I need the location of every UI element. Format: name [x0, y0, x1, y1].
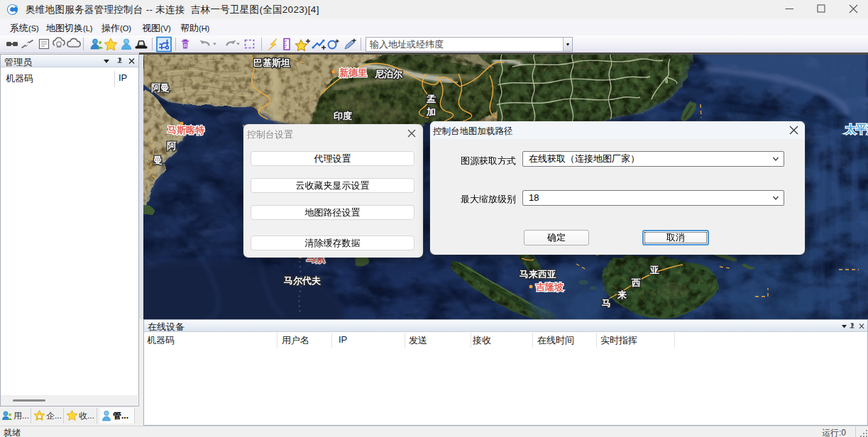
svg-text:尼泊尔: 尼泊尔 — [374, 69, 403, 79]
svg-text:巴基斯坦: 巴基斯坦 — [253, 57, 290, 68]
svg-text:马尔代夫: 马尔代夫 — [284, 275, 322, 286]
svg-text:新德里: 新德里 — [339, 67, 367, 78]
svg-text:阿: 阿 — [167, 140, 177, 151]
svg-text:曼: 曼 — [153, 155, 163, 165]
svg-text:孟: 孟 — [426, 94, 436, 104]
svg-text:马来西亚: 马来西亚 — [520, 269, 556, 280]
svg-text:加: 加 — [426, 106, 436, 117]
svg-text:来: 来 — [617, 289, 627, 300]
svg-text:亚: 亚 — [649, 265, 659, 275]
svg-text:西: 西 — [631, 277, 641, 288]
svg-text:阿曼: 阿曼 — [151, 82, 170, 93]
svg-text:马斯喀特: 马斯喀特 — [167, 125, 204, 135]
svg-text:印度: 印度 — [334, 111, 353, 121]
svg-text:马: 马 — [602, 298, 611, 309]
svg-text:吉隆坡: 吉隆坡 — [536, 282, 564, 292]
svg-text:太平洋: 太平洋 — [845, 123, 868, 135]
